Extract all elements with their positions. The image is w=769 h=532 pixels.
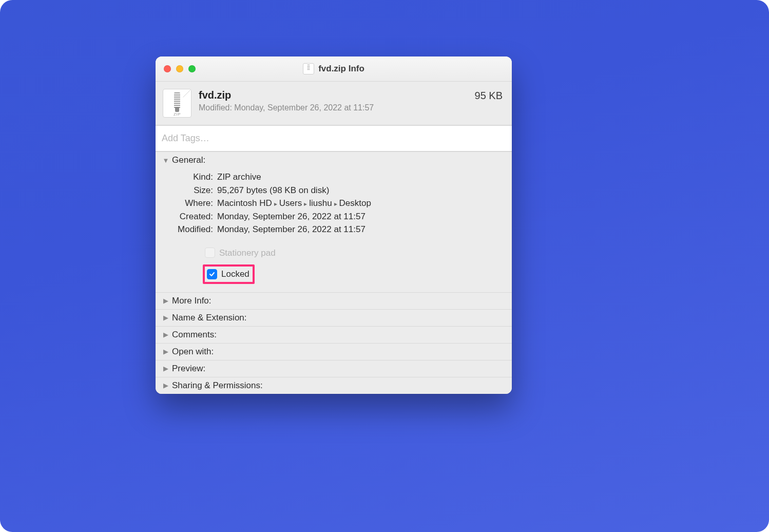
file-icon-ext-label: ZIP [163,112,191,117]
created-value: Monday, September 26, 2022 at 11:57 [217,210,504,223]
section-preview: ▶ Preview: [156,360,512,377]
window-controls [156,65,196,72]
section-name-extension-header[interactable]: ▶ Name & Extension: [156,310,512,326]
section-preview-header[interactable]: ▶ Preview: [156,360,512,377]
zip-file-icon: ZIP [163,89,191,118]
locked-label: Locked [221,268,249,281]
get-info-window: fvd.zip Info ZIP fvd.zip Modified: Monda… [156,56,512,394]
file-summary-text: fvd.zip Modified: Monday, September 26, … [199,89,470,112]
kv-modified: Modified: Monday, September 26, 2022 at … [164,223,504,236]
section-general-label: General: [172,155,205,165]
tags-field [156,125,512,151]
zoom-window-button[interactable] [188,65,196,72]
where-label: Where: [164,197,217,210]
stationery-pad-checkbox [205,248,215,258]
locked-row: Locked [205,264,504,284]
path-separator-icon: ▸ [332,200,339,207]
section-general-header[interactable]: ▼ General: [156,152,512,168]
file-size: 95 KB [475,90,503,102]
where-path-segment: liushu [309,198,332,208]
chevron-right-icon: ▶ [163,365,169,372]
close-window-button[interactable] [164,65,171,72]
zip-file-icon [303,63,314,74]
path-separator-icon: ▸ [302,200,309,207]
stationery-pad-row: Stationery pad [205,246,504,260]
section-sharing-permissions: ▶ Sharing & Permissions: [156,377,512,394]
kv-kind: Kind: ZIP archive [164,170,504,184]
chevron-right-icon: ▶ [163,331,169,338]
chevron-right-icon: ▶ [163,297,169,305]
section-more-info-label: More Info: [172,296,212,306]
kind-value: ZIP archive [217,170,504,184]
section-comments-header[interactable]: ▶ Comments: [156,327,512,343]
section-more-info-header[interactable]: ▶ More Info: [156,293,512,309]
stationery-pad-label: Stationery pad [219,246,276,260]
section-name-extension-label: Name & Extension: [172,313,247,323]
created-label: Created: [164,210,217,223]
kv-created: Created: Monday, September 26, 2022 at 1… [164,210,504,223]
section-preview-label: Preview: [172,364,205,374]
window-title-text: fvd.zip Info [318,64,364,74]
section-sharing-permissions-label: Sharing & Permissions: [172,381,263,391]
where-value: Macintosh HD▸Users▸liushu▸Desktop [217,197,504,210]
minimize-window-button[interactable] [176,65,183,72]
file-modified-line: Modified: Monday, September 26, 2022 at … [199,103,470,112]
chevron-down-icon: ▼ [163,157,169,164]
modified-label: Modified: [164,223,217,236]
modified-value: Monday, September 26, 2022 at 11:57 [217,223,504,236]
chevron-right-icon: ▶ [163,382,169,389]
window-title: fvd.zip Info [156,63,512,74]
kv-where: Where: Macintosh HD▸Users▸liushu▸Desktop [164,197,504,210]
section-sharing-permissions-header[interactable]: ▶ Sharing & Permissions: [156,377,512,394]
section-open-with-label: Open with: [172,347,214,357]
section-comments: ▶ Comments: [156,326,512,343]
section-open-with-header[interactable]: ▶ Open with: [156,344,512,360]
locked-checkbox[interactable] [207,269,217,279]
desktop-background: fvd.zip Info ZIP fvd.zip Modified: Monda… [0,0,769,532]
where-path-segment: Desktop [339,198,371,208]
size-value: 95,267 bytes (98 KB on disk) [217,184,504,197]
file-name: fvd.zip [199,89,470,101]
section-comments-label: Comments: [172,330,217,340]
section-general: ▼ General: Kind: ZIP archive Size: 95,26… [156,151,512,292]
kind-label: Kind: [164,170,217,184]
where-path-segment: Users [279,198,302,208]
section-general-body: Kind: ZIP archive Size: 95,267 bytes (98… [156,168,512,292]
chevron-right-icon: ▶ [163,314,169,321]
section-open-with: ▶ Open with: [156,343,512,360]
file-summary: ZIP fvd.zip Modified: Monday, September … [156,82,512,125]
titlebar: fvd.zip Info [156,56,512,82]
chevron-right-icon: ▶ [163,348,169,355]
section-more-info: ▶ More Info: [156,292,512,309]
size-label: Size: [164,184,217,197]
locked-highlight: Locked [203,264,255,284]
section-name-extension: ▶ Name & Extension: [156,309,512,326]
general-checkboxes: Stationery pad Locked [164,246,504,284]
where-path-segment: Macintosh HD [217,198,272,208]
tags-input[interactable] [156,125,512,151]
kv-size: Size: 95,267 bytes (98 KB on disk) [164,184,504,197]
path-separator-icon: ▸ [272,200,279,207]
